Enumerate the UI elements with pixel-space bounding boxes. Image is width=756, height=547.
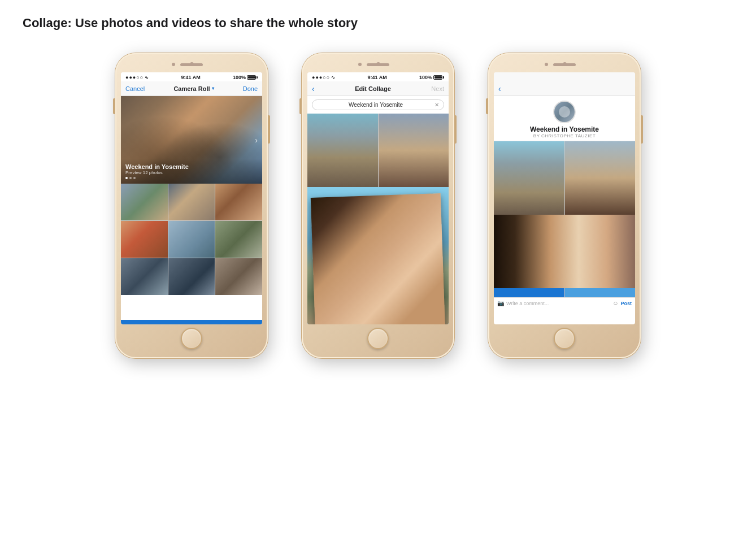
nav-bar-3: ‹ [494,81,635,96]
edit-collage-title: Edit Collage [355,85,391,92]
post-bottom-bar [494,288,635,297]
phones-container: ●●●○○ ∿ 9:41 AM 100% Cancel Camera Roll [0,53,756,358]
post-title: Weekend in Yosemite [530,125,599,133]
signal-dots-2: ●●●○○ [312,75,330,80]
status-bar-1: ●●●○○ ∿ 9:41 AM 100% [121,72,262,81]
status-bar-3 [494,72,635,81]
post-photo-2 [565,141,636,215]
phone-top-3 [494,59,635,71]
phone-2: ●●●○○ ∿ 9:41 AM 100% ‹ Edit Collage Next [302,53,454,358]
back-button-2[interactable]: ‹ [312,84,315,93]
screen-1: ●●●○○ ∿ 9:41 AM 100% Cancel Camera Roll [121,72,262,324]
wifi-icon-2: ∿ [331,75,335,80]
home-button-3[interactable] [554,328,575,349]
bottom-blue-2 [565,288,636,297]
post-header: Weekend in Yosemite BY CHRISTOPHE TAUZIE… [494,96,635,141]
collage-bottom-photo[interactable] [307,187,449,324]
phone-bottom-3 [494,324,635,353]
phone-3: ‹ Weekend in Yosemite BY CHRISTOPHE TAUZ… [488,53,641,358]
wifi-icon-1: ∿ [145,75,149,80]
collage-title-text: Weekend in Yosemite [317,102,435,108]
photo-grid [121,184,262,295]
grid-photo-6[interactable] [215,221,262,258]
front-camera-icon-1 [172,63,175,66]
hero-title: Weekend in Yosemite [125,163,258,170]
post-photo-1 [494,141,564,215]
dot-3 [133,177,136,179]
battery-icon-1 [247,75,258,80]
signal-area-1: ●●●○○ ∿ [125,75,149,80]
comment-bar: 📷 Write a comment... ☺ Post [494,297,635,309]
time-2: 9:41 AM [367,75,386,80]
camera-roll-dropdown[interactable]: Camera Roll ▾ [173,85,214,92]
dot-2 [129,177,132,179]
post-collage-bottom [494,215,635,288]
phone-1: ●●●○○ ∿ 9:41 AM 100% Cancel Camera Roll [115,53,268,358]
hero-arrow-icon: › [255,136,258,145]
phone-bottom-1 [121,324,262,353]
battery-percent-1: 100% [233,75,246,80]
dropdown-arrow-icon: ▾ [212,86,214,91]
page-title: Collage: Use photos and videos to share … [0,0,756,36]
dot-1 [125,177,128,179]
hero-photo: › Weekend in Yosemite Preview 12 photos [121,96,262,184]
clear-icon[interactable]: ✕ [435,102,439,108]
hero-subtitle: Preview 12 photos [125,170,258,175]
collage-cell-2[interactable] [379,114,449,187]
comment-input[interactable]: Write a comment... [506,301,610,306]
collage-top-grid [307,114,449,187]
screen-2: ●●●○○ ∿ 9:41 AM 100% ‹ Edit Collage Next [307,72,449,324]
post-collage-top [494,141,635,215]
signal-area-2: ●●●○○ ∿ [312,75,335,80]
avatar [553,101,576,123]
camera-icon-2 [376,62,380,66]
screen-3: ‹ Weekend in Yosemite BY CHRISTOPHE TAUZ… [494,72,635,324]
bottom-bar-1 [121,320,262,324]
grid-photo-8[interactable] [168,258,215,295]
phone-top-1 [121,59,262,71]
camera-icon-3 [563,62,567,66]
hero-overlay: Weekend in Yosemite Preview 12 photos [121,159,262,184]
battery-icon-2 [433,75,444,80]
collage-cell-1[interactable] [307,114,378,187]
grid-photo-7[interactable] [121,258,168,295]
nav-bar-2: ‹ Edit Collage Next [307,81,449,96]
hero-dots [125,177,258,179]
cancel-button[interactable]: Cancel [125,85,145,92]
time-1: 9:41 AM [181,75,200,80]
battery-area-2: 100% [419,75,444,80]
camera-comment-icon[interactable]: 📷 [497,300,504,306]
camera-icon-1 [190,62,194,66]
back-button-3[interactable]: ‹ [498,84,501,93]
grid-photo-9[interactable] [215,258,262,295]
bottom-blue-1 [494,288,564,297]
phone-top-2 [307,59,449,71]
signal-dots-1: ●●●○○ [125,75,144,80]
grid-photo-4[interactable] [121,221,168,258]
emoji-icon[interactable]: ☺ [612,300,618,306]
battery-percent-2: 100% [419,75,432,80]
phone-bottom-2 [307,324,449,353]
collage-title-input[interactable]: Weekend in Yosemite ✕ [312,99,444,110]
home-button-1[interactable] [181,328,202,349]
grid-photo-2[interactable] [168,184,215,220]
grid-photo-3[interactable] [215,184,262,220]
post-byline: BY CHRISTOPHE TAUZIET [533,133,596,138]
post-button[interactable]: Post [620,301,632,306]
status-bar-2: ●●●○○ ∿ 9:41 AM 100% [307,72,449,81]
grid-photo-5[interactable] [168,221,215,258]
battery-area-1: 100% [233,75,258,80]
grid-photo-1[interactable] [121,184,168,220]
next-button[interactable]: Next [431,85,444,92]
front-camera-icon-2 [358,63,362,66]
nav-bar-1: Cancel Camera Roll ▾ Done [121,81,262,96]
done-button[interactable]: Done [243,85,258,92]
home-button-2[interactable] [367,328,389,349]
front-camera-icon-3 [545,63,548,66]
